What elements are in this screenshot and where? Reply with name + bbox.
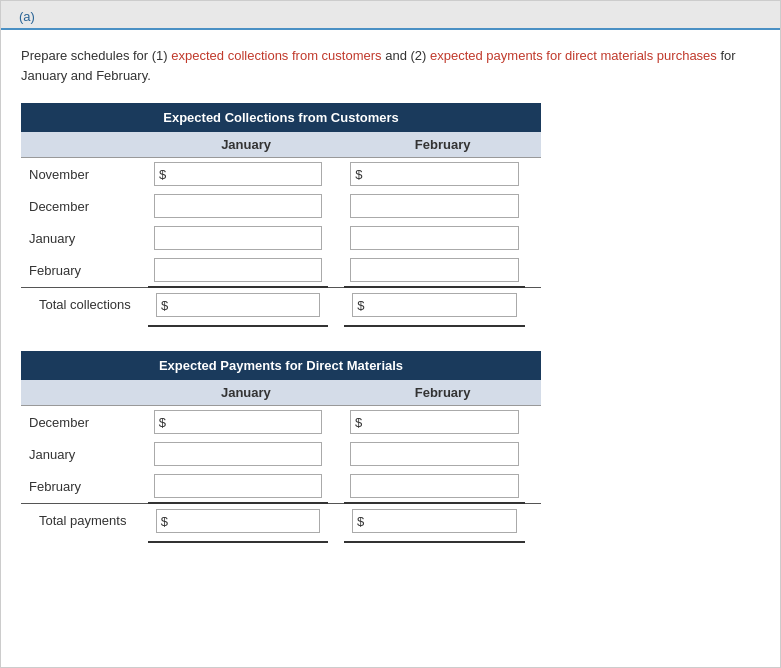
collections-title: Expected Collections from Customers (21, 103, 541, 132)
payments-total-row: Total payments $ $ (21, 503, 541, 538)
collections-january-jan-input[interactable] (155, 227, 321, 249)
payments-january-feb-input[interactable] (351, 443, 518, 465)
collections-february-jan-cell (148, 254, 328, 287)
payments-january-feb-wrapper (350, 442, 519, 466)
payments-february-jan-wrapper (154, 474, 322, 498)
payments-total-feb-cell: $ (344, 503, 525, 538)
payments-total-jan-cell: $ (148, 503, 328, 538)
payments-december-feb-input[interactable] (366, 411, 518, 433)
payments-january-jan-wrapper (154, 442, 322, 466)
payments-december-jan-cell: $ (148, 406, 328, 439)
payments-header-row: Expected Payments for Direct Materials (21, 351, 541, 380)
payments-january-feb-cell (344, 438, 525, 470)
collections-january-feb-cell (344, 222, 525, 254)
collections-february-jan-input[interactable] (155, 259, 321, 281)
payments-total-label: Total payments (21, 503, 148, 538)
payments-jan-header: January (148, 380, 344, 406)
dollar-sign-ptotal-jan: $ (157, 512, 172, 531)
collections-total-feb-input[interactable] (368, 294, 516, 316)
collections-december-feb-input[interactable] (351, 195, 518, 217)
payments-december-feb-wrapper: $ (350, 410, 519, 434)
collections-header-row: Expected Collections from Customers (21, 103, 541, 132)
collections-november-jan-wrapper: $ (154, 162, 322, 186)
collections-february-label: February (21, 254, 148, 287)
collections-january-jan-cell (148, 222, 328, 254)
dollar-sign-p1: $ (155, 413, 170, 432)
collections-january-label: January (21, 222, 148, 254)
collections-november-feb-wrapper: $ (350, 162, 519, 186)
highlight-payments: expected payments for direct materials p… (430, 48, 717, 63)
dollar-sign-total-jan: $ (157, 296, 172, 315)
payments-bottom-border (21, 538, 541, 542)
collections-february-jan-wrapper (154, 258, 322, 282)
payments-december-feb-cell: $ (344, 406, 525, 439)
collections-col-header: January February (21, 132, 541, 158)
collections-total-feb-wrapper: $ (352, 293, 517, 317)
page-wrapper: (a) Prepare schedules for (1) expected c… (0, 0, 781, 668)
payments-february-feb-input[interactable] (351, 475, 518, 497)
payments-row-december: December $ $ (21, 406, 541, 439)
payments-december-label: December (21, 406, 148, 439)
collections-january-feb-wrapper (350, 226, 519, 250)
collections-total-row: Total collections $ $ (21, 287, 541, 322)
collections-november-feb-cell: $ (344, 158, 525, 191)
dollar-sign-2: $ (351, 165, 366, 184)
payments-february-jan-cell (148, 470, 328, 503)
collections-row-november: November $ $ (21, 158, 541, 191)
collections-table: Expected Collections from Customers Janu… (21, 103, 541, 327)
collections-november-label: November (21, 158, 148, 191)
payments-december-jan-wrapper: $ (154, 410, 322, 434)
payments-feb-header: February (344, 380, 541, 406)
collections-jan-header: January (148, 132, 344, 158)
dollar-sign: $ (155, 165, 170, 184)
collections-total-feb-cell: $ (344, 287, 525, 322)
payments-total-jan-input[interactable] (172, 510, 319, 532)
payments-row-january: January (21, 438, 541, 470)
content-area: Prepare schedules for (1) expected colle… (1, 30, 780, 583)
collections-december-jan-input[interactable] (155, 195, 321, 217)
dollar-sign-p2: $ (351, 413, 366, 432)
payments-row-february: February (21, 470, 541, 503)
payments-total-jan-wrapper: $ (156, 509, 320, 533)
payments-january-jan-input[interactable] (155, 443, 321, 465)
collections-total-jan-input[interactable] (172, 294, 319, 316)
dollar-sign-total-feb: $ (353, 296, 368, 315)
collections-row-december: December (21, 190, 541, 222)
payments-january-jan-cell (148, 438, 328, 470)
collections-bottom-border (21, 322, 541, 326)
collections-november-jan-cell: $ (148, 158, 328, 191)
collections-november-feb-input[interactable] (366, 163, 518, 185)
collections-row-january: January (21, 222, 541, 254)
collections-empty-header (21, 132, 148, 158)
instruction-text: Prepare schedules for (1) expected colle… (21, 46, 760, 85)
payments-february-jan-input[interactable] (155, 475, 321, 497)
collections-total-label: Total collections (21, 287, 148, 322)
collections-row-february: February (21, 254, 541, 287)
collections-december-label: December (21, 190, 148, 222)
dollar-sign-ptotal-feb: $ (353, 512, 368, 531)
collections-january-jan-wrapper (154, 226, 322, 250)
payments-january-label: January (21, 438, 148, 470)
payments-february-label: February (21, 470, 148, 503)
collections-december-jan-wrapper (154, 194, 322, 218)
collections-december-feb-wrapper (350, 194, 519, 218)
collections-total-jan-cell: $ (148, 287, 328, 322)
collections-february-feb-wrapper (350, 258, 519, 282)
collections-february-feb-input[interactable] (351, 259, 518, 281)
payments-col-header: January February (21, 380, 541, 406)
payments-total-feb-wrapper: $ (352, 509, 517, 533)
tab-a[interactable]: (a) (9, 5, 45, 28)
collections-feb-header: February (344, 132, 541, 158)
collections-total-jan-wrapper: $ (156, 293, 320, 317)
payments-february-feb-cell (344, 470, 525, 503)
payments-december-jan-input[interactable] (170, 411, 321, 433)
collections-november-jan-input[interactable] (170, 163, 321, 185)
collections-february-feb-cell (344, 254, 525, 287)
collections-january-feb-input[interactable] (351, 227, 518, 249)
payments-february-feb-wrapper (350, 474, 519, 498)
tab-bar: (a) (1, 1, 780, 30)
highlight-collections: expected collections from customers (171, 48, 381, 63)
collections-december-feb-cell (344, 190, 525, 222)
payments-total-feb-input[interactable] (368, 510, 516, 532)
payments-table: Expected Payments for Direct Materials J… (21, 351, 541, 543)
